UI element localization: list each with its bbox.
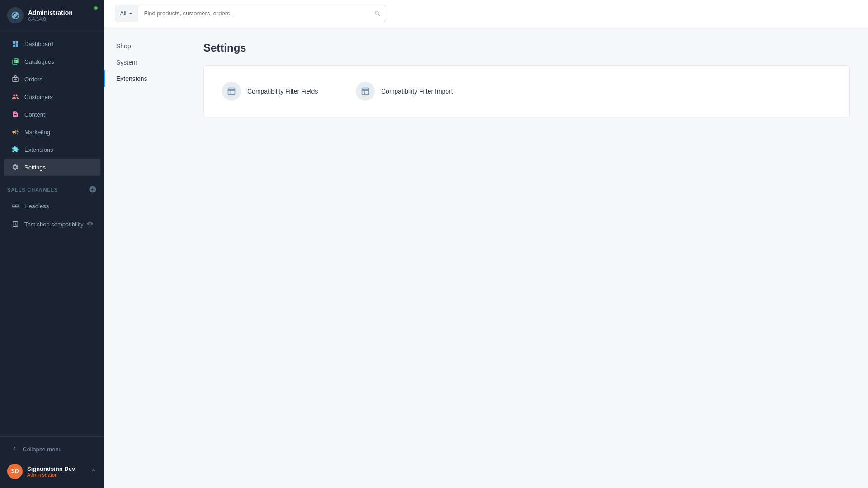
- sidebar-item-label: Catalogues: [24, 58, 93, 65]
- sales-channels-section: Sales Channels: [0, 180, 104, 197]
- app-version: 6.4.14.0: [28, 16, 73, 22]
- settings-nav-system[interactable]: System: [104, 54, 185, 70]
- sidebar: Administration 6.4.14.0 Dashboard Catalo…: [0, 0, 104, 488]
- catalogues-icon: [11, 57, 20, 66]
- settings-icon: [11, 163, 20, 172]
- app-logo: [7, 7, 24, 23]
- sidebar-item-label: Extensions: [24, 146, 93, 153]
- app-name: Administration: [28, 9, 73, 16]
- page-title: Settings: [203, 42, 850, 54]
- sidebar-item-customers[interactable]: Customers: [4, 88, 100, 105]
- collapse-icon: [11, 445, 18, 454]
- extensions-cards: Compatibility Filter Fields Compatibilit…: [203, 65, 850, 117]
- compat-filter-fields-card[interactable]: Compatibility Filter Fields: [215, 76, 341, 106]
- user-role: Administrator: [27, 472, 75, 478]
- sidebar-item-content[interactable]: Content: [4, 106, 100, 123]
- compat-filter-fields-icon: [222, 82, 241, 101]
- avatar: SD: [7, 464, 23, 479]
- add-sales-channel-icon[interactable]: [89, 185, 97, 194]
- eye-icon[interactable]: [87, 221, 93, 228]
- sidebar-item-headless[interactable]: Headless: [4, 197, 100, 215]
- dashboard-icon: [11, 39, 20, 48]
- marketing-icon: [11, 127, 20, 136]
- search-input[interactable]: [138, 10, 369, 17]
- user-name: Signundsinn Dev: [27, 465, 75, 472]
- sidebar-item-test-shop[interactable]: Test shop compatibility: [4, 216, 100, 233]
- orders-icon: [11, 75, 20, 84]
- search-container: All: [115, 5, 386, 22]
- settings-nav-extensions[interactable]: Extensions: [104, 70, 185, 87]
- sidebar-item-label: Orders: [24, 76, 93, 83]
- settings-main-area: Settings Compatibility Filter Fields Com…: [185, 27, 868, 488]
- collapse-label: Collapse menu: [23, 446, 62, 453]
- sidebar-item-label: Content: [24, 111, 93, 118]
- extensions-icon: [11, 145, 20, 154]
- sidebar-item-label: Customers: [24, 94, 93, 100]
- content-icon: [11, 110, 20, 119]
- sidebar-item-label: Settings: [24, 164, 93, 171]
- search-button[interactable]: [369, 5, 386, 22]
- sidebar-item-orders[interactable]: Orders: [4, 70, 100, 88]
- sidebar-item-marketing[interactable]: Marketing: [4, 123, 100, 141]
- search-filter-dropdown[interactable]: All: [115, 5, 138, 22]
- headless-icon: [11, 202, 20, 211]
- settings-sidebar-nav: Shop System Extensions: [104, 27, 185, 488]
- topbar: All: [104, 0, 868, 27]
- compat-filter-fields-label: Compatibility Filter Fields: [247, 88, 318, 95]
- compat-filter-import-icon: [356, 82, 375, 101]
- compat-filter-import-label: Compatibility Filter Import: [381, 88, 453, 95]
- sidebar-item-label: Marketing: [24, 129, 93, 136]
- page-content: Shop System Extensions Settings Compatib…: [104, 27, 868, 488]
- compat-filter-import-card[interactable]: Compatibility Filter Import: [349, 76, 475, 106]
- sidebar-header: Administration 6.4.14.0: [0, 0, 104, 31]
- main-content: All Shop System Extensions Settings: [104, 0, 868, 488]
- status-indicator: [94, 6, 98, 10]
- search-icon: [374, 10, 381, 17]
- user-chevron-icon: [90, 467, 97, 475]
- collapse-menu-item[interactable]: Collapse menu: [4, 441, 100, 458]
- sales-channels-label: Sales Channels: [7, 187, 58, 192]
- sidebar-item-dashboard[interactable]: Dashboard: [4, 35, 100, 52]
- shop-icon: [11, 220, 20, 229]
- sidebar-footer: Collapse menu SD Signundsinn Dev Adminis…: [0, 436, 104, 488]
- user-info: Signundsinn Dev Administrator: [27, 465, 75, 478]
- sidebar-item-catalogues[interactable]: Catalogues: [4, 53, 100, 70]
- sidebar-item-settings[interactable]: Settings: [4, 159, 100, 176]
- chevron-down-icon: [128, 11, 133, 16]
- sidebar-item-label: Test shop compatibility: [24, 221, 87, 228]
- app-info: Administration 6.4.14.0: [28, 9, 73, 22]
- sidebar-item-label: Headless: [24, 203, 93, 210]
- sidebar-item-extensions[interactable]: Extensions: [4, 141, 100, 158]
- main-nav: Dashboard Catalogues Orders Customers: [0, 31, 104, 180]
- customers-icon: [11, 92, 20, 101]
- search-filter-label: All: [120, 10, 126, 17]
- user-section[interactable]: SD Signundsinn Dev Administrator: [0, 458, 104, 484]
- settings-nav-shop[interactable]: Shop: [104, 38, 185, 54]
- sidebar-item-label: Dashboard: [24, 41, 93, 47]
